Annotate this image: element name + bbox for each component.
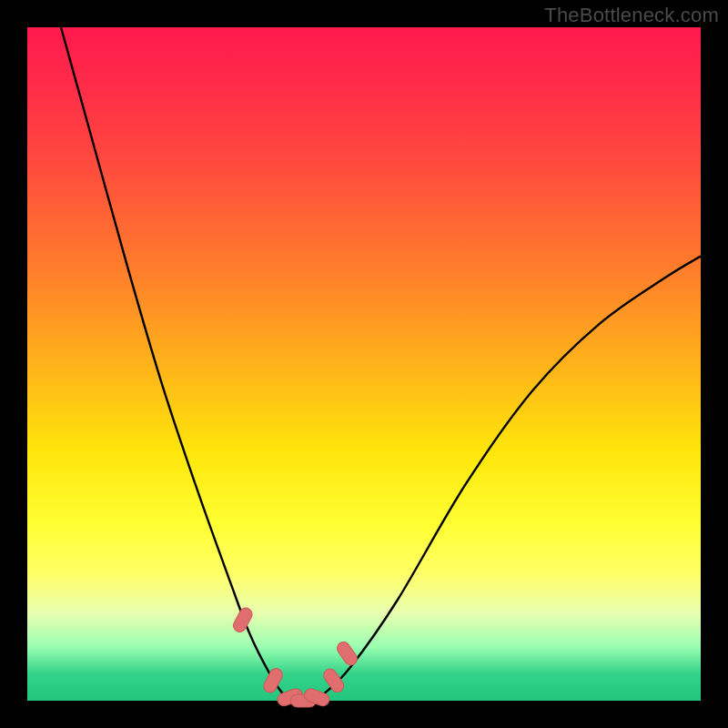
chart-stage: TheBottleneck.com xyxy=(0,0,728,728)
curve-layer xyxy=(27,27,701,701)
trough-marker xyxy=(231,606,255,634)
trough-marker xyxy=(335,640,360,668)
trough-markers xyxy=(231,606,359,708)
plot-area xyxy=(27,27,701,701)
bottleneck-curve xyxy=(61,27,701,702)
trough-marker xyxy=(321,666,347,694)
curve-path xyxy=(61,27,701,702)
watermark-text: TheBottleneck.com xyxy=(544,4,719,27)
